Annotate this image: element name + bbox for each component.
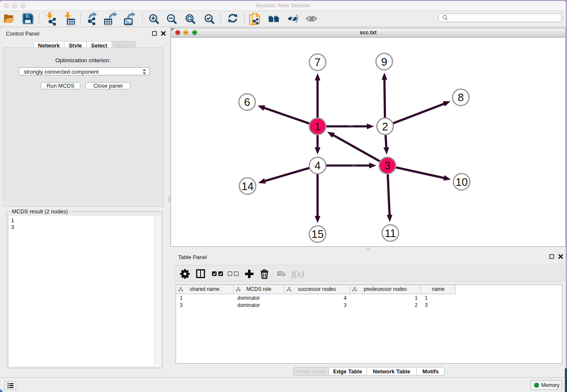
svg-text:10: 10 (456, 176, 468, 188)
svg-text:8: 8 (458, 91, 464, 104)
svg-text:3: 3 (384, 159, 390, 172)
svg-text:1: 1 (314, 120, 320, 133)
svg-text:7: 7 (314, 56, 320, 69)
svg-text:14: 14 (242, 180, 254, 193)
svg-text:11: 11 (385, 227, 396, 240)
svg-text:9: 9 (381, 55, 387, 68)
svg-text:15: 15 (311, 228, 324, 240)
svg-text:f(x): f(x) (292, 269, 304, 279)
svg-text:2: 2 (382, 120, 388, 133)
svg-text:6: 6 (244, 96, 250, 108)
svg-text:4: 4 (314, 159, 320, 172)
